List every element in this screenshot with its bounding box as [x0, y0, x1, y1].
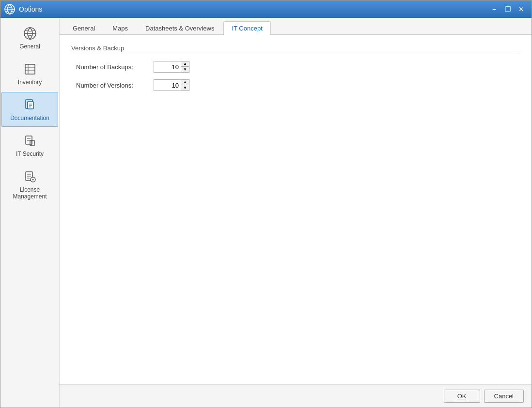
- license-management-icon: [22, 169, 38, 184]
- general-icon: [22, 26, 38, 41]
- backups-spinner-buttons: ▲ ▼: [181, 61, 189, 72]
- sidebar-item-documentation-label: Documentation: [10, 115, 49, 121]
- sidebar-item-documentation[interactable]: Documentation: [1, 92, 58, 127]
- versions-decrement-button[interactable]: ▼: [181, 85, 189, 91]
- backups-input[interactable]: [154, 61, 181, 72]
- backups-increment-button[interactable]: ▲: [181, 61, 189, 67]
- sidebar-item-license-management[interactable]: License Management: [1, 164, 58, 205]
- main-panel: General Maps Datasheets & Overviews IT C…: [60, 18, 532, 408]
- versions-increment-button[interactable]: ▲: [181, 80, 189, 85]
- tab-maps[interactable]: Maps: [104, 21, 136, 35]
- restore-button[interactable]: ❐: [501, 4, 514, 15]
- tab-datasheets[interactable]: Datasheets & Overviews: [137, 21, 222, 35]
- sidebar-item-general-label: General: [19, 43, 40, 50]
- sidebar-item-license-management-label: License Management: [4, 186, 56, 200]
- title-bar: Options − ❐ ✕: [0, 0, 532, 18]
- versions-input[interactable]: [154, 80, 181, 91]
- title-bar-buttons: − ❐ ✕: [488, 4, 528, 15]
- tab-bar: General Maps Datasheets & Overviews IT C…: [60, 18, 532, 35]
- cancel-button[interactable]: Cancel: [484, 390, 524, 403]
- versions-backup-section-title: Versions & Backup: [71, 45, 520, 54]
- minimize-button[interactable]: −: [488, 4, 501, 15]
- documentation-icon: [22, 97, 38, 113]
- options-window: Options − ❐ ✕ General: [0, 0, 532, 408]
- versions-row: Number of Versions: ▲ ▼: [71, 79, 520, 91]
- sidebar-item-it-security[interactable]: IT Security: [1, 128, 58, 163]
- backups-spinner[interactable]: ▲ ▼: [154, 61, 189, 73]
- svg-rect-4: [25, 64, 35, 74]
- backups-label: Number of Backups:: [76, 63, 154, 71]
- versions-label: Number of Versions:: [76, 82, 154, 89]
- app-icon: [4, 4, 15, 15]
- footer: OK Cancel: [60, 384, 532, 408]
- it-security-icon: [22, 133, 38, 149]
- sidebar-item-it-security-label: IT Security: [16, 151, 44, 157]
- sidebar-item-inventory[interactable]: Inventory: [1, 56, 58, 91]
- sidebar-item-inventory-label: Inventory: [18, 79, 42, 86]
- backups-decrement-button[interactable]: ▼: [181, 67, 189, 72]
- sidebar-item-general[interactable]: General: [1, 20, 58, 55]
- backups-row: Number of Backups: ▲ ▼: [71, 61, 520, 73]
- panel-content: Versions & Backup Number of Backups: ▲ ▼…: [60, 35, 532, 384]
- content-area: General Inventory: [0, 18, 532, 408]
- sidebar: General Inventory: [0, 18, 60, 408]
- window-title: Options: [19, 5, 488, 13]
- versions-spinner[interactable]: ▲ ▼: [154, 79, 189, 91]
- tab-general[interactable]: General: [64, 21, 103, 35]
- tab-it-concept[interactable]: IT Concept: [223, 21, 270, 35]
- close-button[interactable]: ✕: [515, 4, 528, 15]
- inventory-icon: [22, 61, 38, 77]
- ok-button[interactable]: OK: [444, 390, 480, 403]
- versions-spinner-buttons: ▲ ▼: [181, 80, 189, 91]
